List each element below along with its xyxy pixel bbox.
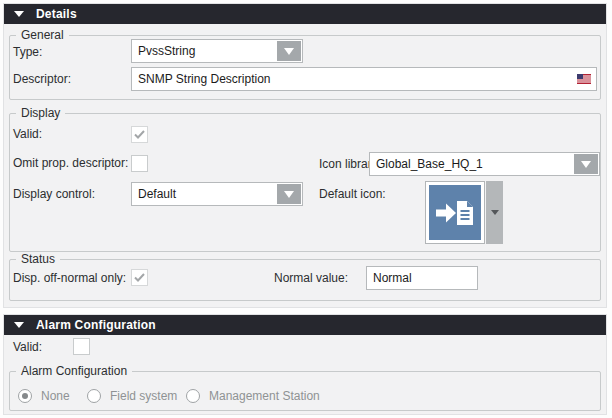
- display-control-dropdown-value: Default: [138, 187, 176, 201]
- omit-prop-descriptor-label: Omit prop. descriptor:: [13, 156, 128, 170]
- type-dropdown-button[interactable]: [277, 41, 301, 61]
- default-icon-dropdown-button[interactable]: [486, 181, 503, 244]
- radio-field-system-label: Field system: [110, 389, 177, 403]
- disp-off-normal-label: Disp. off-normal only:: [13, 271, 126, 285]
- valid-label: Valid:: [13, 127, 42, 141]
- language-flag-icon[interactable]: [577, 74, 591, 84]
- default-icon-label: Default icon:: [319, 187, 386, 201]
- display-control-dropdown[interactable]: Default: [131, 182, 303, 206]
- alarm-configuration-panel: Alarm Configuration Valid: Alarm Configu…: [3, 314, 607, 415]
- display-control-label: Display control:: [13, 187, 95, 201]
- property-details-pane: Details General Type: PvssString Descrip…: [0, 0, 612, 418]
- radio-management-station-label: Management Station: [209, 389, 320, 403]
- disp-off-normal-checkbox: [131, 269, 148, 286]
- radio-button-icon: [18, 389, 32, 403]
- default-icon-picker[interactable]: [425, 181, 503, 244]
- type-dropdown[interactable]: PvssString: [131, 39, 303, 63]
- icon-library-dropdown-value: Global_Base_HQ_1: [376, 157, 483, 171]
- details-title: Details: [36, 7, 77, 21]
- alarm-valid-label: Valid:: [13, 340, 42, 354]
- alarm-title: Alarm Configuration: [36, 318, 156, 332]
- display-group-label: Display: [16, 106, 65, 120]
- status-group-label: Status: [16, 252, 60, 266]
- type-label: Type:: [13, 45, 42, 59]
- descriptor-input[interactable]: SNMP String Description: [131, 67, 597, 91]
- radio-none: None: [18, 389, 70, 403]
- document-arrow-icon: [429, 185, 481, 240]
- chevron-down-icon: [491, 210, 499, 215]
- expander-collapse-icon: [14, 11, 24, 17]
- descriptor-label: Descriptor:: [13, 72, 71, 86]
- display-control-dropdown-button[interactable]: [277, 184, 301, 204]
- radio-button-icon: [186, 389, 200, 403]
- normal-value-input[interactable]: Normal: [366, 266, 478, 290]
- details-panel: Details General Type: PvssString Descrip…: [3, 3, 607, 308]
- icon-library-dropdown[interactable]: Global_Base_HQ_1: [369, 152, 600, 176]
- chevron-down-icon: [581, 161, 591, 168]
- valid-checkbox: [131, 126, 148, 143]
- radio-button-icon: [87, 389, 101, 403]
- alarm-expander-header[interactable]: Alarm Configuration: [4, 315, 606, 335]
- chevron-down-icon: [284, 48, 294, 55]
- normal-value-input-value: Normal: [373, 271, 412, 285]
- expander-collapse-icon: [14, 322, 24, 328]
- alarm-configuration-group-label: Alarm Configuration: [16, 364, 132, 378]
- radio-field-system: Field system: [87, 389, 177, 403]
- checkmark-icon: [134, 130, 145, 139]
- chevron-down-icon: [284, 191, 294, 198]
- normal-value-label: Normal value:: [274, 271, 348, 285]
- details-expander-header[interactable]: Details: [4, 4, 606, 24]
- display-groupbox: Display: [9, 113, 601, 252]
- radio-none-label: None: [41, 389, 70, 403]
- radio-management-station: Management Station: [186, 389, 320, 403]
- alarm-valid-checkbox[interactable]: [73, 338, 90, 355]
- icon-library-dropdown-button[interactable]: [574, 154, 598, 174]
- omit-prop-descriptor-checkbox[interactable]: [131, 155, 148, 172]
- type-dropdown-value: PvssString: [138, 44, 195, 58]
- checkmark-icon: [134, 273, 145, 282]
- descriptor-input-value: SNMP String Description: [138, 72, 271, 86]
- general-group-label: General: [16, 28, 69, 42]
- default-icon-frame: [425, 181, 485, 244]
